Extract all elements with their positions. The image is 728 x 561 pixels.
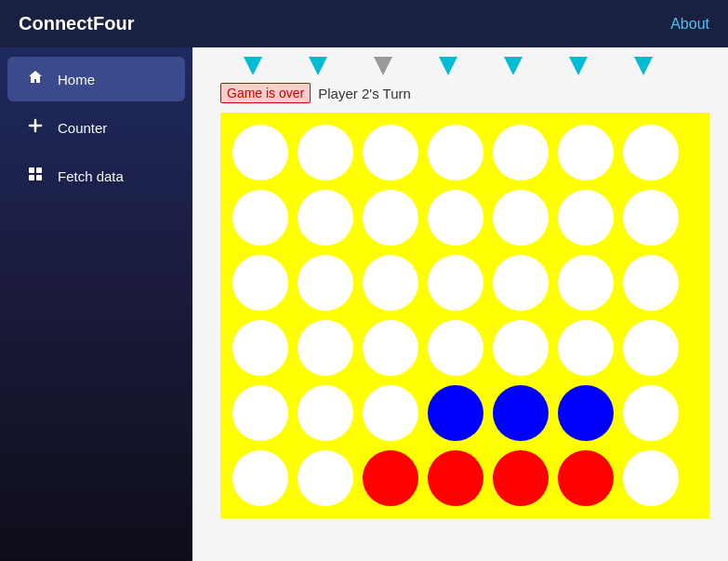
disc-2-5: [558, 255, 614, 311]
column-arrow-5[interactable]: [546, 57, 611, 75]
arrow-shape-0: [244, 57, 262, 75]
svg-rect-2: [29, 175, 34, 180]
disc-3-6: [623, 320, 679, 376]
disc-4-1: [298, 385, 353, 441]
disc-2-4: [493, 255, 549, 311]
cell-3-4[interactable]: [488, 315, 553, 381]
disc-0-6: [623, 125, 679, 180]
arrow-shape-4: [504, 57, 523, 75]
cell-0-5[interactable]: [553, 120, 618, 185]
cell-2-6[interactable]: [618, 250, 683, 315]
disc-2-1: [298, 255, 353, 311]
column-arrow-2[interactable]: [351, 57, 416, 75]
cell-5-2[interactable]: [358, 446, 423, 511]
disc-4-6: [623, 385, 679, 441]
sidebar-item-label-fetch-data: Fetch data: [58, 168, 124, 184]
arrow-shape-6: [634, 57, 653, 75]
disc-2-2: [363, 255, 418, 311]
board-row-3: [228, 315, 702, 381]
cell-2-3[interactable]: [423, 250, 488, 315]
status-row: Game is over Player 2's Turn: [220, 83, 709, 103]
cell-1-5[interactable]: [553, 185, 618, 250]
cell-3-6[interactable]: [618, 315, 683, 381]
topbar: ConnectFour About: [0, 0, 728, 47]
disc-5-1: [298, 450, 353, 506]
cell-1-1[interactable]: [293, 185, 358, 250]
svg-rect-0: [29, 167, 34, 173]
disc-5-6: [623, 450, 679, 506]
cell-4-4[interactable]: [488, 381, 553, 446]
turn-text: Player 2's Turn: [318, 86, 411, 101]
disc-1-6: [623, 190, 679, 246]
cell-4-5[interactable]: [553, 381, 618, 446]
cell-4-0[interactable]: [228, 381, 293, 446]
arrow-shape-3: [439, 57, 457, 75]
disc-1-0: [232, 190, 288, 246]
cell-0-0[interactable]: [228, 120, 293, 185]
cell-3-3[interactable]: [423, 315, 488, 381]
cell-5-4[interactable]: [488, 446, 553, 511]
disc-3-5: [558, 320, 614, 376]
cell-2-0[interactable]: [228, 250, 293, 315]
cell-0-4[interactable]: [488, 120, 553, 185]
disc-1-1: [298, 190, 353, 246]
disc-1-2: [363, 190, 418, 246]
sidebar-item-label-home: Home: [58, 72, 95, 87]
cell-0-1[interactable]: [293, 120, 358, 185]
cell-4-2[interactable]: [358, 381, 423, 446]
cell-2-5[interactable]: [553, 250, 618, 315]
disc-0-1: [298, 125, 353, 180]
cell-2-1[interactable]: [293, 250, 358, 315]
cell-0-2[interactable]: [358, 120, 423, 185]
svg-rect-1: [36, 167, 42, 173]
disc-3-2: [363, 320, 418, 376]
cell-4-6[interactable]: [618, 381, 683, 446]
disc-3-4: [493, 320, 549, 376]
cell-1-6[interactable]: [618, 185, 683, 250]
cell-1-3[interactable]: [423, 185, 488, 250]
cell-0-3[interactable]: [423, 120, 488, 185]
cell-5-5[interactable]: [553, 446, 618, 511]
column-arrow-0[interactable]: [220, 57, 285, 75]
sidebar-item-counter[interactable]: Counter: [7, 105, 185, 150]
disc-1-4: [493, 190, 549, 246]
disc-4-0: [232, 385, 288, 441]
cell-3-2[interactable]: [358, 315, 423, 381]
disc-0-3: [428, 125, 483, 180]
cell-1-2[interactable]: [358, 185, 423, 250]
column-arrow-4[interactable]: [481, 57, 546, 75]
cell-4-1[interactable]: [293, 381, 358, 446]
disc-2-3: [428, 255, 483, 311]
cell-0-6[interactable]: [618, 120, 683, 185]
sidebar-item-home[interactable]: Home: [7, 57, 185, 101]
disc-0-5: [558, 125, 614, 180]
board-row-1: [228, 185, 702, 250]
disc-5-2: [363, 450, 418, 506]
disc-1-3: [428, 190, 483, 246]
cell-5-0[interactable]: [228, 446, 293, 511]
disc-3-1: [298, 320, 353, 376]
disc-0-0: [232, 125, 288, 180]
disc-5-3: [428, 450, 483, 506]
sidebar-item-fetch-data[interactable]: Fetch data: [7, 154, 185, 198]
cell-3-0[interactable]: [228, 315, 293, 381]
game-over-badge: Game is over: [220, 83, 311, 103]
cell-1-4[interactable]: [488, 185, 553, 250]
fetch-data-icon: [26, 167, 45, 185]
cell-3-5[interactable]: [553, 315, 618, 381]
cell-1-0[interactable]: [228, 185, 293, 250]
column-arrow-3[interactable]: [416, 57, 481, 75]
home-icon: [26, 70, 45, 88]
cell-5-3[interactable]: [423, 446, 488, 511]
cell-5-6[interactable]: [618, 446, 683, 511]
cell-4-3[interactable]: [423, 381, 488, 446]
cell-3-1[interactable]: [293, 315, 358, 381]
column-arrow-6[interactable]: [611, 57, 676, 75]
cell-2-2[interactable]: [358, 250, 423, 315]
column-arrow-1[interactable]: [285, 57, 351, 75]
disc-5-5: [558, 450, 614, 506]
cell-2-4[interactable]: [488, 250, 553, 315]
about-link[interactable]: About: [670, 16, 709, 33]
cell-5-1[interactable]: [293, 446, 358, 511]
disc-0-2: [363, 125, 418, 180]
